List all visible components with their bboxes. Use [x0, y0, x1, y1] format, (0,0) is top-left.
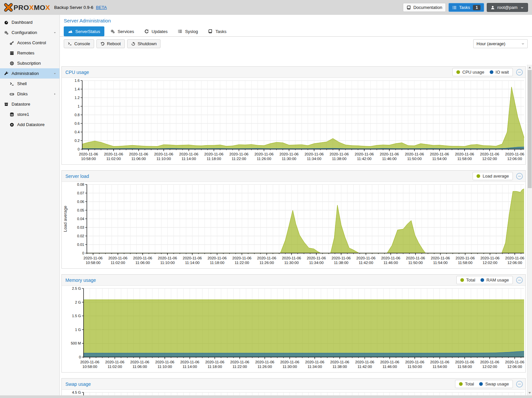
time-range-select[interactable]: Hour (average): [473, 39, 528, 48]
svg-text:11:54:00: 11:54:00: [432, 157, 447, 161]
svg-text:11:42:00: 11:42:00: [357, 157, 372, 161]
shutdown-button[interactable]: Shutdown: [127, 39, 161, 48]
collapse-panel-button[interactable]: [516, 69, 523, 76]
sidebar-item-shell[interactable]: Shell: [0, 79, 59, 89]
legend-item-total[interactable]: Total: [460, 278, 475, 282]
brand-segment: MO: [34, 4, 46, 11]
tab-syslog[interactable]: Syslog: [173, 26, 202, 36]
sidebar-item-dashboard[interactable]: Dashboard: [0, 17, 59, 27]
svg-text:11:18:00: 11:18:00: [207, 157, 221, 161]
panel-header-swap-usage: Swap usageTotalSwap usage: [62, 379, 525, 390]
tab-serverstatus[interactable]: ServerStatus: [64, 26, 104, 36]
memory-usage-chart: 0500 M1 G1.5 G2 G2.5 G2020-11-0610:58:00…: [62, 286, 525, 371]
refresh-icon: [144, 29, 149, 34]
chevron-right-icon[interactable]: [53, 92, 57, 96]
svg-text:2020-11-06: 2020-11-06: [154, 152, 173, 156]
sidebar-item-subscription[interactable]: Subscription: [0, 58, 59, 68]
legend-dot-icon: [459, 382, 463, 386]
svg-text:2020-11-06: 2020-11-06: [431, 256, 450, 260]
sidebar-item-label: Administration: [12, 71, 39, 76]
svg-text:2020-11-06: 2020-11-06: [80, 360, 99, 364]
svg-text:2020-11-06: 2020-11-06: [380, 360, 399, 364]
svg-text:12:06:00: 12:06:00: [507, 261, 522, 265]
chevron-down-icon[interactable]: [53, 72, 57, 76]
legend-item-io-wait[interactable]: IO wait: [490, 70, 509, 75]
sidebar-item-remotes[interactable]: Remotes: [0, 48, 59, 58]
svg-text:2020-11-06: 2020-11-06: [480, 152, 499, 156]
sidebar-item-access-control[interactable]: Access Control: [0, 38, 59, 48]
legend-item-load-average[interactable]: Load average: [477, 174, 509, 179]
legend-memory-usage: TotalRAM usage: [456, 276, 513, 284]
sidebar-item-add-datastore[interactable]: Add Datastore: [0, 119, 59, 130]
tasks-button-label: Tasks: [459, 5, 470, 10]
legend-dot-icon: [480, 278, 484, 282]
panel-header-memory-usage: Memory usageTotalRAM usage: [62, 275, 525, 286]
scroll-up-arrow[interactable]: [527, 65, 532, 70]
svg-text:11:58:00: 11:58:00: [457, 365, 472, 369]
svg-text:0.8: 0.8: [75, 113, 80, 117]
tab-label: Updates: [152, 29, 167, 34]
top-navbar: PROXMOX Backup Server 0.9-6 BETA Documen…: [0, 0, 532, 15]
svg-text:2020-11-06: 2020-11-06: [330, 152, 349, 156]
collapse-panel-button[interactable]: [516, 277, 523, 284]
svg-text:0.01: 0.01: [77, 243, 84, 247]
legend-item-cpu-usage[interactable]: CPU usage: [456, 70, 484, 75]
svg-text:11:06:00: 11:06:00: [131, 157, 146, 161]
sidebar-item-store1[interactable]: store1: [0, 109, 59, 119]
svg-text:1.5 G: 1.5 G: [72, 314, 81, 318]
power-icon: [131, 42, 135, 46]
svg-text:0.4: 0.4: [75, 130, 80, 134]
page-title: Server Administration: [60, 15, 532, 24]
gauge-icon: [4, 20, 9, 25]
legend-swap-usage: TotalSwap usage: [455, 380, 513, 388]
tab-tasks[interactable]: Tasks: [204, 26, 231, 36]
sidebar-item-configuration[interactable]: Configuration: [0, 27, 59, 38]
svg-text:2020-11-06: 2020-11-06: [455, 360, 474, 364]
legend-item-total[interactable]: Total: [459, 381, 474, 386]
reboot-button[interactable]: Reboot: [96, 39, 125, 48]
svg-text:2020-11-06: 2020-11-06: [255, 360, 274, 364]
console-button[interactable]: Console: [64, 39, 94, 48]
beta-link[interactable]: BETA: [96, 5, 107, 10]
swap-usage-chart: 0500 M1 G1.5 G2 G2.5 G3 G3.5 G4 G4.5 G20…: [62, 390, 525, 395]
svg-text:11:46:00: 11:46:00: [382, 365, 397, 369]
cpu-usage-chart: 00.20.40.60.811.21.41.62020-11-0610:58:0…: [62, 79, 525, 163]
sidebar-item-label: Remotes: [17, 50, 34, 55]
database-icon: [9, 112, 14, 117]
svg-text:12:02:00: 12:02:00: [482, 365, 497, 369]
documentation-button-label: Documentation: [413, 5, 442, 10]
documentation-button[interactable]: Documentation: [403, 3, 446, 12]
svg-text:11:14:00: 11:14:00: [183, 365, 197, 369]
svg-text:500 M: 500 M: [71, 341, 81, 345]
vertical-scrollbar[interactable]: [527, 65, 532, 395]
svg-text:2020-11-06: 2020-11-06: [79, 152, 98, 156]
collapse-panel-button[interactable]: [516, 173, 523, 180]
svg-text:2020-11-06: 2020-11-06: [230, 152, 249, 156]
sidebar-item-administration[interactable]: Administration: [0, 68, 59, 79]
svg-text:2020-11-06: 2020-11-06: [505, 256, 524, 260]
svg-text:2020-11-06: 2020-11-06: [356, 256, 375, 260]
sidebar-item-disks[interactable]: Disks: [0, 89, 59, 99]
legend-cpu-usage: CPU usageIO wait: [452, 68, 513, 76]
legend-item-ram-usage[interactable]: RAM usage: [480, 278, 509, 282]
sidebar-item-label: Add Datastore: [17, 122, 45, 127]
chevron-down-icon[interactable]: [53, 31, 57, 35]
scrollbar-thumb[interactable]: [528, 70, 532, 188]
user-menu-button[interactable]: root@pam: [487, 3, 528, 12]
legend-item-swap-usage[interactable]: Swap usage: [479, 381, 509, 386]
sidebar-item-label: Subscription: [17, 61, 41, 66]
sidebar-item-datastore[interactable]: Datastore: [0, 99, 59, 109]
tab-services[interactable]: Services: [106, 26, 138, 36]
svg-text:11:50:00: 11:50:00: [408, 365, 422, 369]
scroll-down-arrow[interactable]: [527, 390, 532, 395]
svg-text:11:14:00: 11:14:00: [182, 157, 196, 161]
toolbar: ConsoleRebootShutdown Hour (average): [60, 37, 532, 50]
undo-icon: [100, 42, 105, 46]
svg-text:2020-11-06: 2020-11-06: [130, 360, 149, 364]
tasks-button[interactable]: Tasks 1: [448, 3, 484, 12]
brand-segment: PRO: [14, 4, 29, 11]
svg-text:2020-11-06: 2020-11-06: [330, 360, 349, 364]
tab-updates[interactable]: Updates: [140, 26, 172, 36]
collapse-panel-button[interactable]: [516, 381, 523, 388]
panel-cpu-usage: CPU usageCPU usageIO wait00.20.40.60.811…: [61, 66, 526, 165]
